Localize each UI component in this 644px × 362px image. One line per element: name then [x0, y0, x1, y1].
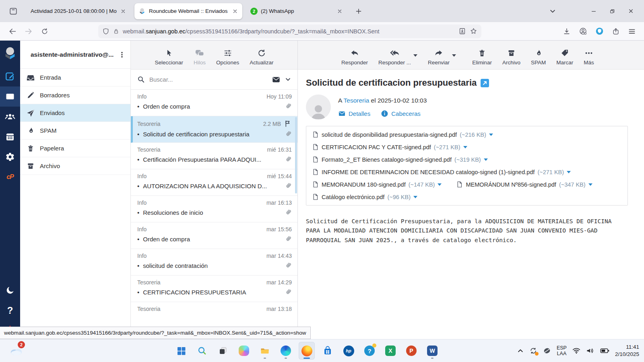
spam-button[interactable]: SPAM [531, 49, 546, 66]
taskbar-clock[interactable]: 11:41 2/10/2025 [615, 343, 639, 358]
recipient-link[interactable]: Tesoreria [344, 97, 369, 104]
search-input[interactable] [149, 76, 267, 83]
attachment-item[interactable]: Formato_2_ET Bienes catalogo-signed-sign… [312, 156, 488, 163]
message-row[interactable]: Tesoreriamié 16:31 Certificación Presupu… [131, 143, 297, 169]
menu-icon[interactable] [628, 27, 636, 35]
message-row[interactable]: Infomié 15:44 AUTORIZACION PARA LA ADQUI… [131, 169, 297, 196]
reload-icon[interactable] [38, 25, 52, 38]
hp-icon[interactable]: hp [341, 342, 357, 360]
rail-settings-icon[interactable] [0, 147, 20, 167]
compose-icon[interactable] [0, 66, 20, 86]
dark-mode-moon-icon[interactable] [0, 280, 20, 300]
rail-contacts-icon[interactable] [0, 107, 20, 127]
close-tab-icon[interactable] [336, 8, 343, 14]
open-in-new-window-icon[interactable] [481, 79, 489, 87]
downloads-icon[interactable] [563, 27, 571, 35]
headers-link[interactable]: Cabeceras [381, 110, 421, 117]
message-row[interactable]: Tesoreriamar 13:18 [131, 302, 297, 329]
word-icon[interactable]: W [424, 342, 440, 360]
folder-item-entrada[interactable]: Entrada [20, 69, 130, 86]
message-row-selected[interactable]: Tesoreria2.2 MB Solicitud de certificaci… [131, 116, 297, 143]
close-tab-icon[interactable] [232, 8, 238, 14]
tab-actividad[interactable]: Actividad 2025-10-01 08:00:00 | Mo [27, 3, 130, 19]
attachment-menu-caret-icon[interactable] [413, 196, 417, 198]
help-app-icon[interactable]: ? [361, 342, 378, 360]
attachment-item[interactable]: INFORME DE DETERMINACION DE NECESIDAD ca… [312, 168, 571, 176]
wifi-icon[interactable] [572, 348, 580, 354]
account-icon[interactable] [579, 27, 587, 35]
options-button[interactable]: Opciones [216, 49, 239, 66]
archive-button[interactable]: Archivo [502, 49, 520, 66]
share-icon[interactable] [612, 27, 620, 35]
tab-roundcube[interactable]: Roundcube Webmail :: Enviados [134, 3, 242, 19]
powerpoint-icon[interactable]: P [403, 342, 419, 360]
new-tab-icon[interactable] [353, 5, 365, 17]
tray-crossed-circle-icon[interactable] [543, 347, 551, 355]
copilot-icon[interactable] [236, 342, 252, 360]
search-scope-mail-icon[interactable] [272, 75, 281, 84]
forward-icon[interactable] [22, 25, 35, 38]
flag-icon[interactable] [284, 120, 292, 128]
reply-all-button[interactable]: Responder ... [378, 49, 411, 66]
close-tab-icon[interactable] [120, 8, 126, 14]
folder-item-archivo[interactable]: Archivo [20, 157, 130, 175]
search-options-chevron-icon[interactable] [285, 76, 291, 82]
sync-status-icon[interactable] [529, 347, 537, 355]
window-minimize-icon[interactable] [584, 3, 603, 19]
attachment-item[interactable]: MEMORÁNDUM Nº856-signed.pdf (~347 KB) [456, 181, 592, 188]
account-menu-kebab-icon[interactable] [118, 51, 126, 58]
extension-shield-icon[interactable] [595, 27, 604, 35]
task-view-icon[interactable] [215, 342, 231, 360]
tray-chevron-up-icon[interactable] [517, 348, 524, 354]
window-restore-icon[interactable] [603, 3, 621, 19]
attachment-item[interactable]: Catálogo electrónico.pdf (~96 KB) [312, 193, 417, 201]
message-row[interactable]: Infomar 16:13 Resoluciones de inicio [131, 196, 297, 222]
battery-icon[interactable] [600, 348, 609, 354]
forward-button[interactable]: Reenviar [428, 49, 450, 66]
list-scrollbar[interactable] [295, 117, 297, 193]
mark-button[interactable]: Marcar [556, 49, 573, 66]
excel-icon[interactable]: X [382, 342, 398, 360]
forward-caret-icon[interactable] [452, 54, 456, 57]
bookmark-star-icon[interactable] [470, 27, 477, 35]
tracking-shield-icon[interactable] [102, 28, 109, 35]
delete-button[interactable]: Eliminar [472, 49, 492, 66]
select-button[interactable]: Seleccionar [155, 49, 184, 66]
lock-icon[interactable] [113, 28, 119, 35]
message-row[interactable]: InfoHoy 11:09 Orden de compra [131, 90, 297, 116]
firefox-icon[interactable] [299, 342, 315, 360]
reply-all-caret-icon[interactable] [413, 54, 417, 57]
folder-item-borradores[interactable]: Borradores [20, 86, 130, 104]
url-bar[interactable]: webmail.sanjuan.gob.ec/cpsess3519415166/… [98, 25, 481, 38]
folder-item-spam[interactable]: SPAM [20, 122, 130, 140]
volume-icon[interactable] [586, 347, 594, 354]
list-all-tabs-icon[interactable] [543, 3, 562, 19]
attachment-item[interactable]: MEMORANDUM 180-signed.pdf (~147 KB) [312, 181, 442, 188]
attachment-item[interactable]: CERTIFICACION PAC Y CATE-signed.pdf (~27… [312, 143, 467, 151]
back-icon[interactable] [6, 25, 19, 38]
more-button[interactable]: Más [584, 49, 594, 66]
folder-item-enviados[interactable]: Enviados [20, 104, 130, 122]
window-close-icon[interactable] [621, 3, 640, 19]
attachment-menu-caret-icon[interactable] [489, 134, 493, 136]
help-icon[interactable]: ? [0, 300, 20, 321]
attachment-menu-caret-icon[interactable] [438, 183, 442, 186]
start-button-icon[interactable] [173, 342, 189, 360]
reply-button[interactable]: Responder [341, 49, 368, 66]
save-page-icon[interactable] [458, 27, 466, 35]
cpanel-icon[interactable]: cP [0, 167, 20, 187]
rail-calendar-icon[interactable] [0, 127, 20, 147]
rail-mail-icon[interactable] [0, 86, 20, 107]
language-indicator[interactable]: ESP LAA [557, 345, 567, 357]
tab-whatsapp[interactable]: 2 (2) WhatsApp [246, 3, 347, 19]
attachment-menu-caret-icon[interactable] [463, 146, 467, 148]
folder-item-papelera[interactable]: Papelera [20, 140, 130, 157]
firefox-view-icon[interactable] [6, 4, 20, 18]
edge-icon[interactable] [278, 342, 294, 360]
message-row[interactable]: Infomar 14:43 solicitud de contratación [131, 249, 297, 276]
widgets-weather-icon[interactable]: 2 [6, 342, 26, 360]
attachment-item[interactable]: solicitud de disponibilidad presupuestar… [312, 131, 493, 138]
threads-button[interactable]: Hilos [194, 49, 206, 66]
attachment-menu-caret-icon[interactable] [484, 158, 488, 161]
attachment-menu-caret-icon[interactable] [588, 183, 592, 186]
